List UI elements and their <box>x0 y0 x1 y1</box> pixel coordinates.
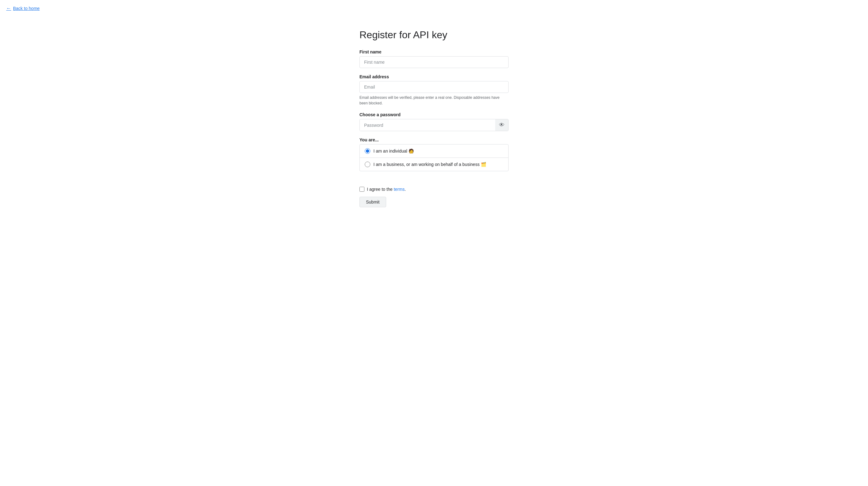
eye-icon: 👁 <box>499 122 504 128</box>
first-name-label: First name <box>360 50 508 54</box>
individual-radio[interactable] <box>365 148 370 154</box>
first-name-group: First name <box>360 50 508 68</box>
form-container: Register for API key First name Email ad… <box>360 29 508 207</box>
terms-suffix: . <box>404 187 406 192</box>
back-to-home-link[interactable]: ← Back to home <box>0 0 46 17</box>
user-type-label: You are... <box>360 138 508 142</box>
registration-form: First name Email address Email addresses… <box>360 50 508 207</box>
back-to-home-label: Back to home <box>13 6 40 11</box>
individual-option[interactable]: I am an individual 🧑 <box>360 145 508 158</box>
terms-link[interactable]: terms <box>394 187 404 192</box>
terms-wrapper: I agree to the terms. <box>360 187 508 192</box>
user-type-group: You are... I am an individual 🧑 I am a b… <box>360 138 508 171</box>
toggle-password-button[interactable]: 👁 <box>495 119 508 131</box>
password-input[interactable] <box>360 120 495 131</box>
password-group: Choose a password 👁 <box>360 112 508 131</box>
terms-section: I agree to the terms. <box>360 187 508 192</box>
terms-prefix: I agree to the <box>367 187 394 192</box>
business-radio[interactable] <box>365 161 370 167</box>
terms-checkbox[interactable] <box>360 187 364 192</box>
email-input[interactable] <box>360 81 508 93</box>
email-helper-text: Email addresses will be verified, please… <box>360 95 508 106</box>
password-wrapper: 👁 <box>360 119 508 131</box>
email-label: Email address <box>360 74 508 79</box>
business-label: I am a business, or am working on behalf… <box>373 162 486 167</box>
submit-button[interactable]: Submit <box>360 197 386 207</box>
first-name-input[interactable] <box>360 56 508 68</box>
email-group: Email address Email addresses will be ve… <box>360 74 508 106</box>
password-label: Choose a password <box>360 112 508 117</box>
individual-label: I am an individual 🧑 <box>373 149 414 153</box>
back-arrow-icon: ← <box>6 6 11 11</box>
user-type-radio-group: I am an individual 🧑 I am a business, or… <box>360 144 508 171</box>
page-title: Register for API key <box>360 29 508 41</box>
business-option[interactable]: I am a business, or am working on behalf… <box>360 158 508 171</box>
terms-label: I agree to the terms. <box>367 187 406 192</box>
page-container: Register for API key First name Email ad… <box>0 17 868 207</box>
